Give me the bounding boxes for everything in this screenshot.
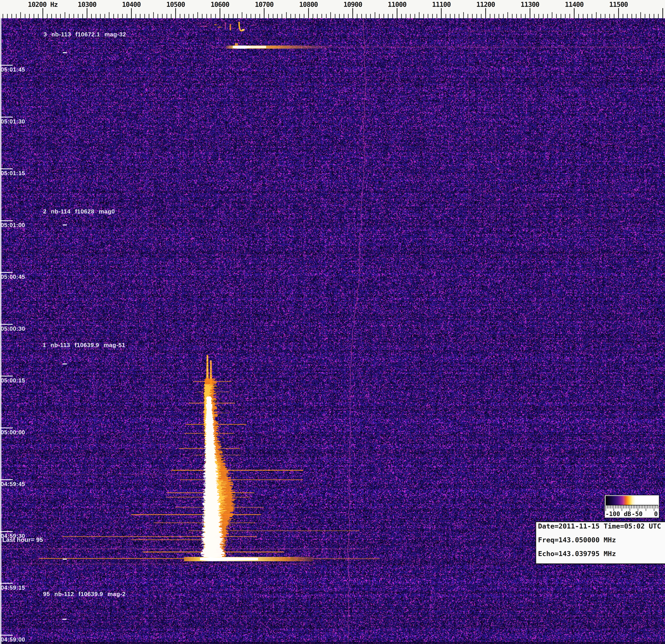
frequency-tick [631, 14, 632, 18]
frequency-tick [534, 14, 535, 18]
frequency-tick [450, 14, 451, 18]
frequency-tick [419, 12, 419, 18]
legend-ruler-tick [631, 506, 632, 509]
frequency-tick-label: 11500 [609, 1, 628, 8]
info-echo-frequency: Echo=143.039795 MHz [538, 550, 665, 564]
frequency-tick-label: 11000 [388, 1, 406, 8]
frequency-tick [268, 14, 269, 18]
frequency-tick [596, 12, 596, 18]
legend-ruler-tick [606, 506, 606, 511]
meteor-event-marker [63, 363, 67, 364]
time-tick [0, 376, 13, 377]
frequency-tick [51, 14, 52, 18]
frequency-tick [512, 14, 513, 18]
time-tick [0, 635, 13, 636]
frequency-tick [503, 14, 504, 18]
frequency-tick [135, 14, 136, 18]
legend-ruler-tick [615, 506, 616, 509]
legend-ruler-tick [612, 506, 612, 509]
frequency-tick [260, 14, 260, 18]
frequency-tick [401, 14, 402, 18]
frequency-tick [556, 14, 557, 18]
frequency-tick [82, 14, 83, 18]
frequency-tick [167, 14, 167, 18]
frequency-tick [3, 14, 3, 18]
frequency-tick-label: 10400 [122, 1, 140, 8]
frequency-tick [202, 14, 203, 18]
frequency-tick [127, 14, 127, 18]
frequency-tick-label: 10200 Hz [28, 1, 58, 8]
legend-ruler-tick [622, 506, 622, 511]
time-tick-label: 05:01:45 [1, 67, 25, 73]
frequency-tick [87, 8, 88, 18]
frequency-tick [153, 12, 154, 18]
legend-ruler-tick [636, 506, 636, 509]
frequency-tick [623, 14, 623, 18]
frequency-tick [530, 8, 530, 18]
time-tick [0, 324, 13, 325]
frequency-tick [91, 14, 92, 18]
frequency-tick [335, 14, 336, 18]
frequency-tick [472, 14, 473, 18]
frequency-tick-label: 10500 [166, 1, 185, 8]
time-tick-label: 05:00:30 [1, 325, 25, 332]
frequency-tick [96, 14, 96, 18]
frequency-tick [224, 14, 225, 18]
frequency-tick [547, 14, 548, 18]
frequency-tick [601, 14, 601, 18]
frequency-tick [326, 14, 326, 18]
frequency-tick [65, 12, 65, 18]
frequency-tick [228, 14, 229, 18]
frequency-tick [476, 14, 477, 18]
legend-label-mid: -50 [631, 510, 643, 517]
time-tick-label: 04:59:00 [1, 636, 25, 643]
frequency-tick [525, 14, 526, 18]
frequency-tick [410, 14, 411, 18]
frequency-tick [118, 14, 118, 18]
frequency-tick [206, 14, 207, 18]
frequency-tick [569, 14, 570, 18]
frequency-tick [658, 14, 659, 18]
frequency-tick [56, 14, 56, 18]
frequency-tick [388, 14, 388, 18]
frequency-tick [423, 14, 424, 18]
frequency-tick [29, 14, 30, 18]
time-tick [0, 531, 13, 532]
frequency-tick [304, 14, 304, 18]
status-info-box: Date=2011-11-15 Time=05:02 UTC Freq=143.… [535, 521, 665, 564]
frequency-tick [157, 14, 158, 18]
legend-ruler-tick [657, 506, 658, 509]
meteor-event-label: 95 nb-112 f10639.9 mag-2 [43, 591, 126, 598]
frequency-tick [618, 8, 619, 18]
frequency-tick [277, 14, 278, 18]
frequency-tick [574, 8, 574, 18]
info-frequency: Freq=143.050000 MHz [538, 536, 665, 550]
legend-ruler-tick [634, 506, 635, 509]
frequency-tick [162, 14, 163, 18]
frequency-tick [100, 14, 100, 18]
frequency-tick [144, 14, 145, 18]
frequency-tick [428, 14, 428, 18]
frequency-tick [330, 12, 331, 18]
legend-ruler-tick [639, 506, 640, 509]
time-tick [0, 583, 13, 584]
frequency-tick [353, 8, 353, 18]
legend-ruler-tick [656, 506, 656, 509]
frequency-tick [379, 14, 380, 18]
legend-ruler-tick [654, 506, 654, 511]
frequency-tick [654, 14, 654, 18]
frequency-tick-label: 11400 [565, 1, 583, 8]
color-scale-gradient [606, 496, 658, 506]
last-hour-counter: Last hour= 95 [2, 536, 43, 543]
frequency-tick [565, 14, 566, 18]
frequency-tick-label: 11200 [476, 1, 495, 8]
frequency-tick [357, 14, 357, 18]
frequency-tick [605, 14, 605, 18]
frequency-tick [317, 14, 318, 18]
legend-ruler-tick [617, 506, 617, 509]
legend-ruler-tick [623, 506, 624, 509]
meteor-event-marker [63, 52, 67, 53]
legend-ruler-tick [647, 506, 648, 509]
frequency-tick-label: 10800 [299, 1, 318, 8]
time-tick [0, 479, 13, 480]
